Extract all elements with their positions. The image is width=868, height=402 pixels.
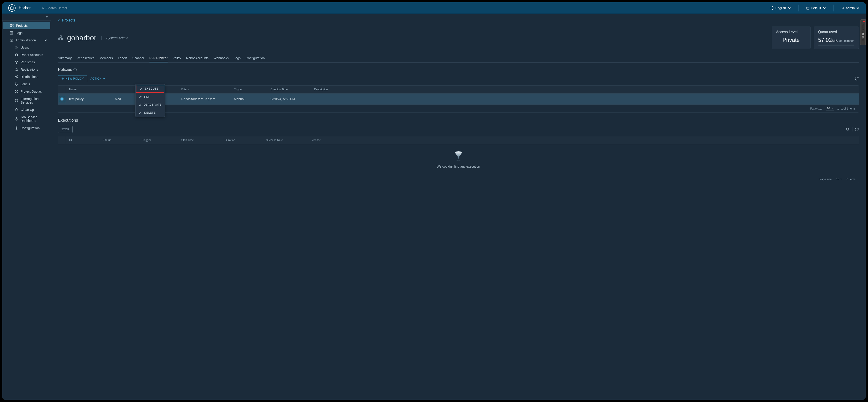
breadcrumb-projects[interactable]: Projects <box>62 18 75 23</box>
sidebar-item-projects[interactable]: Projects <box>3 22 50 29</box>
new-policy-button[interactable]: NEW POLICY <box>58 75 87 82</box>
language-selector[interactable]: English <box>767 6 794 10</box>
sidebar-item-administration[interactable]: Administration <box>2 37 51 44</box>
sidebar-item-cleanup[interactable]: Clean Up <box>2 106 51 113</box>
pagination-text: 0 items <box>846 178 856 181</box>
refresh-icon[interactable] <box>855 127 859 132</box>
col-duration[interactable]: Duration <box>222 136 263 144</box>
project-role: System Admin <box>101 36 128 40</box>
project-icon <box>58 35 63 40</box>
harbor-logo-icon <box>8 4 16 12</box>
svg-rect-13 <box>12 26 13 27</box>
col-trigger[interactable]: Trigger <box>139 136 178 144</box>
brand[interactable]: Harbor <box>5 4 34 12</box>
shield-icon <box>14 99 18 102</box>
page-size-select[interactable]: 10 <box>826 106 833 110</box>
sidebar-item-distributions[interactable]: Distributions <box>2 73 51 80</box>
tab-p2p-preheat[interactable]: P2P Preheat <box>150 55 167 62</box>
divider <box>798 5 799 11</box>
sidebar-item-labels[interactable]: Labels <box>2 80 51 88</box>
card-label: Quota used <box>818 30 855 34</box>
project-name: goharbor <box>67 34 96 42</box>
table-footer: Page size 10 1 - 1 of 1 items <box>58 104 859 112</box>
chevron-down-icon <box>823 6 826 10</box>
cell-filters: Repositories: ** Tags: ** <box>178 95 231 103</box>
main-content: < Projects goharbor System Admin Access … <box>51 14 866 400</box>
event-log-toggle[interactable]: EVENT LOG <box>860 20 866 45</box>
info-icon[interactable]: i <box>73 68 77 71</box>
tab-summary[interactable]: Summary <box>58 55 72 62</box>
tab-logs[interactable]: Logs <box>234 55 241 62</box>
sidebar-item-project-quotas[interactable]: Project Quotas <box>2 88 51 95</box>
svg-rect-35 <box>59 38 60 39</box>
tab-scanner[interactable]: Scanner <box>132 55 144 62</box>
sidebar-item-label: Logs <box>16 31 23 35</box>
executions-toolbar: STOP <box>58 126 859 133</box>
stop-button[interactable]: STOP <box>58 126 72 133</box>
share-icon <box>14 75 18 79</box>
quota-bar <box>818 44 855 45</box>
tab-policy[interactable]: Policy <box>173 55 181 62</box>
executions-title: Executions <box>58 118 859 123</box>
svg-point-26 <box>17 76 18 76</box>
col-description[interactable]: Description <box>311 86 859 93</box>
card-label: Access Level <box>776 30 806 34</box>
tab-members[interactable]: Members <box>100 55 113 62</box>
sidebar-item-label: Robot Accounts <box>21 53 43 57</box>
col-id[interactable]: ID <box>66 136 100 144</box>
sidebar-item-users[interactable]: Users <box>2 44 51 51</box>
quota-value: 57.02 <box>818 37 832 43</box>
sidebar-item-label: Interrogation Services <box>21 97 48 104</box>
svg-point-18 <box>11 40 12 41</box>
sidebar-item-logs[interactable]: Logs <box>2 29 51 37</box>
svg-point-30 <box>16 83 16 84</box>
svg-rect-34 <box>60 36 61 37</box>
tab-labels[interactable]: Labels <box>118 55 127 62</box>
action-deactivate[interactable]: DEACTIVATE <box>135 101 165 109</box>
refresh-icon[interactable] <box>855 77 859 81</box>
svg-rect-36 <box>61 38 63 39</box>
tab-configuration[interactable]: Configuration <box>246 55 265 62</box>
svg-point-27 <box>17 77 18 78</box>
action-edit[interactable]: EDIT <box>135 93 165 101</box>
svg-rect-12 <box>10 26 12 27</box>
col-name[interactable]: Name <box>66 86 112 93</box>
global-search[interactable] <box>40 6 90 10</box>
sidebar-item-job-service[interactable]: Job Service Dashboard <box>2 113 51 124</box>
page-size-select[interactable]: 15 <box>835 177 843 181</box>
access-level-value: Private <box>776 37 806 43</box>
svg-line-38 <box>848 130 849 131</box>
theme-selector[interactable]: Default <box>803 6 829 10</box>
user-menu[interactable]: admin <box>838 6 863 10</box>
access-level-card: Access Level Private <box>772 27 810 49</box>
action-dropdown-button[interactable]: ACTION <box>90 77 105 80</box>
tab-robot-accounts[interactable]: Robot Accounts <box>186 55 209 62</box>
table-row[interactable]: test-policy bled d7y Repositories: ** Ta… <box>58 94 859 104</box>
sidebar-item-robot-accounts[interactable]: Robot Accounts <box>2 51 51 59</box>
col-creation[interactable]: Creation Time <box>267 86 311 93</box>
sidebar-item-label: Job Service Dashboard <box>21 115 48 123</box>
search-icon[interactable] <box>846 127 850 132</box>
sidebar-item-replications[interactable]: Replications <box>2 66 51 73</box>
tab-repositories[interactable]: Repositories <box>77 55 95 62</box>
action-delete[interactable]: DELETE <box>135 109 165 116</box>
globe-icon <box>771 6 774 10</box>
back-caret-icon[interactable]: < <box>58 19 60 22</box>
svg-line-29 <box>16 77 17 78</box>
search-input[interactable] <box>46 6 88 10</box>
sidebar-item-configuration[interactable]: Configuration <box>2 124 51 132</box>
col-success[interactable]: Success Rate <box>263 136 309 144</box>
tab-webhooks[interactable]: Webhooks <box>214 55 229 62</box>
col-status[interactable]: Status <box>100 136 139 144</box>
sidebar-collapse[interactable] <box>2 14 51 21</box>
col-filters[interactable]: Filters <box>178 86 231 93</box>
col-trigger[interactable]: Trigger <box>231 86 267 93</box>
sidebar-item-registries[interactable]: Registries <box>2 59 51 66</box>
chevron-down-icon <box>856 6 860 10</box>
policies-toolbar: NEW POLICY ACTION <box>58 75 859 82</box>
col-vendor[interactable]: Vendor <box>309 136 859 144</box>
col-start[interactable]: Start Time <box>178 136 222 144</box>
action-execute[interactable]: EXECUTE <box>136 85 164 93</box>
row-radio-highlighted[interactable] <box>59 96 65 102</box>
sidebar-item-interrogation[interactable]: Interrogation Services <box>2 95 51 106</box>
